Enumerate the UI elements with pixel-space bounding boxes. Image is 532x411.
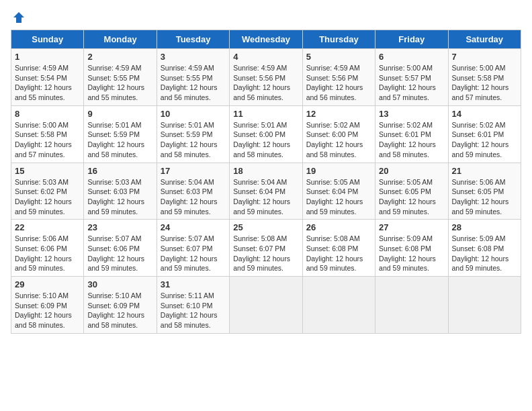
calendar-cell: 14Sunrise: 5:02 AMSunset: 6:01 PMDayligh…	[448, 105, 521, 163]
day-number: 18	[233, 166, 298, 176]
cell-info: Sunrise: 5:00 AMSunset: 5:58 PMDaylight:…	[15, 120, 80, 160]
day-number: 19	[306, 166, 371, 176]
header-day-saturday: Saturday	[448, 30, 521, 49]
calendar-cell: 18Sunrise: 5:04 AMSunset: 6:04 PMDayligh…	[230, 163, 302, 220]
cell-info: Sunrise: 4:59 AMSunset: 5:56 PMDaylight:…	[233, 63, 298, 103]
cell-info: Sunrise: 5:11 AMSunset: 6:10 PMDaylight:…	[161, 291, 226, 330]
calendar-header: SundayMondayTuesdayWednesdayThursdayFrid…	[11, 30, 521, 49]
calendar-cell: 20Sunrise: 5:05 AMSunset: 6:05 PMDayligh…	[375, 163, 448, 220]
logo	[11, 11, 26, 24]
day-number: 1	[15, 52, 80, 62]
calendar-cell: 3Sunrise: 4:59 AMSunset: 5:55 PMDaylight…	[157, 49, 229, 106]
day-number: 6	[379, 52, 444, 62]
day-number: 2	[87, 52, 152, 62]
week-row-5: 29Sunrise: 5:10 AMSunset: 6:09 PMDayligh…	[11, 277, 521, 334]
cell-info: Sunrise: 5:00 AMSunset: 5:57 PMDaylight:…	[379, 63, 444, 103]
calendar-cell: 5Sunrise: 4:59 AMSunset: 5:56 PMDaylight…	[302, 49, 375, 106]
day-number: 8	[15, 109, 80, 119]
week-row-4: 22Sunrise: 5:06 AMSunset: 6:06 PMDayligh…	[11, 220, 521, 277]
cell-info: Sunrise: 5:03 AMSunset: 6:02 PMDaylight:…	[15, 177, 80, 217]
calendar-cell	[302, 277, 375, 334]
day-number: 20	[379, 166, 444, 176]
day-number: 26	[306, 222, 371, 232]
day-number: 4	[233, 52, 298, 62]
calendar-cell: 6Sunrise: 5:00 AMSunset: 5:57 PMDaylight…	[375, 49, 448, 106]
calendar-cell: 11Sunrise: 5:01 AMSunset: 6:00 PMDayligh…	[230, 105, 302, 163]
calendar-cell: 1Sunrise: 4:59 AMSunset: 5:54 PMDaylight…	[11, 49, 84, 106]
calendar-cell	[448, 277, 521, 334]
svg-marker-0	[13, 12, 24, 23]
cell-info: Sunrise: 5:01 AMSunset: 5:59 PMDaylight:…	[87, 120, 152, 160]
header-day-wednesday: Wednesday	[230, 30, 302, 49]
calendar-cell	[375, 277, 448, 334]
day-number: 23	[87, 222, 152, 232]
day-number: 14	[452, 109, 517, 119]
calendar-cell: 2Sunrise: 4:59 AMSunset: 5:55 PMDaylight…	[84, 49, 157, 106]
day-number: 10	[161, 109, 226, 119]
cell-info: Sunrise: 5:01 AMSunset: 6:00 PMDaylight:…	[233, 120, 298, 160]
logo-icon	[12, 11, 26, 24]
header-day-thursday: Thursday	[302, 30, 375, 49]
calendar-cell: 22Sunrise: 5:06 AMSunset: 6:06 PMDayligh…	[11, 220, 84, 277]
cell-info: Sunrise: 5:07 AMSunset: 6:06 PMDaylight:…	[87, 234, 152, 273]
cell-info: Sunrise: 5:08 AMSunset: 6:07 PMDaylight:…	[233, 234, 298, 273]
calendar-cell: 17Sunrise: 5:04 AMSunset: 6:03 PMDayligh…	[157, 163, 229, 220]
header-day-friday: Friday	[375, 30, 448, 49]
day-number: 11	[233, 109, 298, 119]
header-day-sunday: Sunday	[11, 30, 84, 49]
calendar-cell: 28Sunrise: 5:09 AMSunset: 6:08 PMDayligh…	[448, 220, 521, 277]
day-number: 25	[233, 222, 298, 232]
day-number: 31	[161, 279, 226, 289]
calendar-cell: 27Sunrise: 5:09 AMSunset: 6:08 PMDayligh…	[375, 220, 448, 277]
cell-info: Sunrise: 5:03 AMSunset: 6:03 PMDaylight:…	[87, 177, 152, 217]
day-number: 13	[379, 109, 444, 119]
cell-info: Sunrise: 5:09 AMSunset: 6:08 PMDaylight:…	[379, 234, 444, 273]
calendar-cell: 30Sunrise: 5:10 AMSunset: 6:09 PMDayligh…	[84, 277, 157, 334]
calendar-cell	[230, 277, 302, 334]
cell-info: Sunrise: 4:59 AMSunset: 5:55 PMDaylight:…	[87, 63, 152, 103]
calendar-cell: 19Sunrise: 5:05 AMSunset: 6:04 PMDayligh…	[302, 163, 375, 220]
cell-info: Sunrise: 5:00 AMSunset: 5:58 PMDaylight:…	[452, 63, 517, 103]
day-number: 3	[161, 52, 226, 62]
calendar-cell: 7Sunrise: 5:00 AMSunset: 5:58 PMDaylight…	[448, 49, 521, 106]
header-day-tuesday: Tuesday	[157, 30, 229, 49]
calendar-cell: 9Sunrise: 5:01 AMSunset: 5:59 PMDaylight…	[84, 105, 157, 163]
cell-info: Sunrise: 5:08 AMSunset: 6:08 PMDaylight:…	[306, 234, 371, 273]
day-number: 24	[161, 222, 226, 232]
week-row-2: 8Sunrise: 5:00 AMSunset: 5:58 PMDaylight…	[11, 105, 521, 163]
calendar-cell: 8Sunrise: 5:00 AMSunset: 5:58 PMDaylight…	[11, 105, 84, 163]
calendar-cell: 29Sunrise: 5:10 AMSunset: 6:09 PMDayligh…	[11, 277, 84, 334]
calendar-cell: 23Sunrise: 5:07 AMSunset: 6:06 PMDayligh…	[84, 220, 157, 277]
calendar-cell: 4Sunrise: 4:59 AMSunset: 5:56 PMDaylight…	[230, 49, 302, 106]
cell-info: Sunrise: 5:02 AMSunset: 6:01 PMDaylight:…	[379, 120, 444, 160]
day-number: 17	[161, 166, 226, 176]
day-number: 30	[87, 279, 152, 289]
week-row-1: 1Sunrise: 4:59 AMSunset: 5:54 PMDaylight…	[11, 49, 521, 106]
day-number: 9	[87, 109, 152, 119]
calendar-cell: 25Sunrise: 5:08 AMSunset: 6:07 PMDayligh…	[230, 220, 302, 277]
cell-info: Sunrise: 5:02 AMSunset: 6:01 PMDaylight:…	[452, 120, 517, 160]
calendar-cell: 24Sunrise: 5:07 AMSunset: 6:07 PMDayligh…	[157, 220, 229, 277]
cell-info: Sunrise: 4:59 AMSunset: 5:54 PMDaylight:…	[15, 63, 80, 103]
day-number: 29	[15, 279, 80, 289]
calendar-cell: 31Sunrise: 5:11 AMSunset: 6:10 PMDayligh…	[157, 277, 229, 334]
calendar-cell: 15Sunrise: 5:03 AMSunset: 6:02 PMDayligh…	[11, 163, 84, 220]
cell-info: Sunrise: 5:02 AMSunset: 6:00 PMDaylight:…	[306, 120, 371, 160]
cell-info: Sunrise: 5:10 AMSunset: 6:09 PMDaylight:…	[15, 291, 80, 330]
cell-info: Sunrise: 5:04 AMSunset: 6:04 PMDaylight:…	[233, 177, 298, 217]
day-number: 28	[452, 222, 517, 232]
cell-info: Sunrise: 5:01 AMSunset: 5:59 PMDaylight:…	[161, 120, 226, 160]
header-day-monday: Monday	[84, 30, 157, 49]
cell-info: Sunrise: 5:09 AMSunset: 6:08 PMDaylight:…	[452, 234, 517, 273]
day-number: 7	[452, 52, 517, 62]
cell-info: Sunrise: 5:05 AMSunset: 6:05 PMDaylight:…	[379, 177, 444, 217]
calendar-cell: 10Sunrise: 5:01 AMSunset: 5:59 PMDayligh…	[157, 105, 229, 163]
day-number: 22	[15, 222, 80, 232]
day-number: 27	[379, 222, 444, 232]
calendar-cell: 26Sunrise: 5:08 AMSunset: 6:08 PMDayligh…	[302, 220, 375, 277]
cell-info: Sunrise: 5:10 AMSunset: 6:09 PMDaylight:…	[87, 291, 152, 330]
day-number: 5	[306, 52, 371, 62]
calendar-table: SundayMondayTuesdayWednesdayThursdayFrid…	[11, 30, 521, 334]
cell-info: Sunrise: 4:59 AMSunset: 5:55 PMDaylight:…	[161, 63, 226, 103]
calendar-cell: 13Sunrise: 5:02 AMSunset: 6:01 PMDayligh…	[375, 105, 448, 163]
